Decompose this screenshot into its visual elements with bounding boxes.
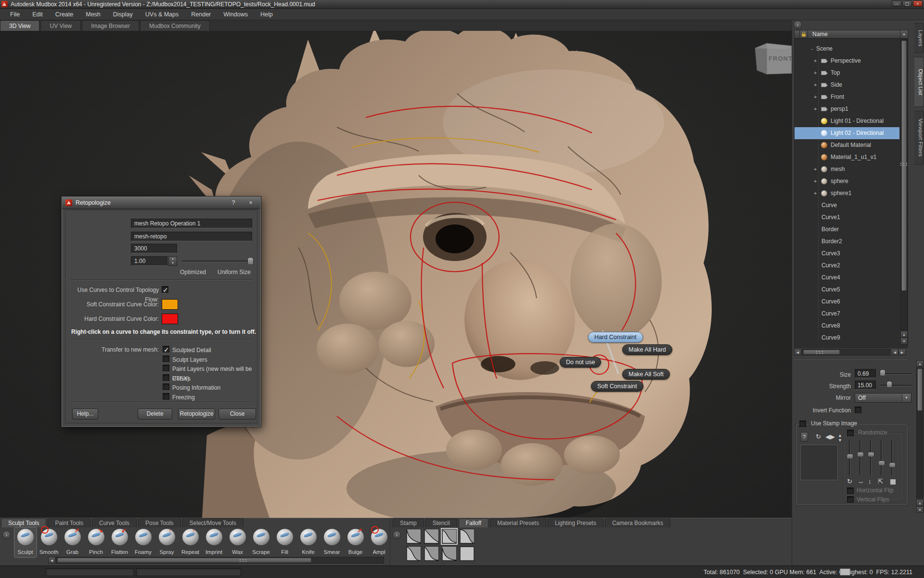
tool-grab[interactable]: ↗Grab bbox=[61, 528, 84, 556]
side-tab-object-list[interactable]: Object List bbox=[914, 57, 924, 107]
tool-fill[interactable]: Fill bbox=[273, 528, 296, 556]
tree-item-curve4[interactable]: Curve4 bbox=[795, 272, 899, 284]
rotate-icon[interactable]: ↻ bbox=[816, 433, 821, 440]
tool-smooth[interactable]: Smooth bbox=[37, 528, 61, 556]
randomize-height-icon[interactable]: ↕ bbox=[868, 478, 872, 485]
tab-mudbox-community[interactable]: Mudbox Community bbox=[140, 20, 210, 31]
strength-slider[interactable] bbox=[880, 385, 911, 386]
menu-mesh[interactable]: Mesh bbox=[79, 10, 107, 19]
tool-repeat[interactable]: ↑Repeat bbox=[179, 528, 202, 556]
tree-item-border[interactable]: Border bbox=[795, 223, 899, 236]
random-slider-handle-2[interactable] bbox=[857, 452, 864, 457]
output-mesh-input[interactable]: mesh-retopo bbox=[131, 232, 252, 241]
falloff-shoulder[interactable] bbox=[460, 529, 475, 544]
expander-icon[interactable]: - bbox=[811, 43, 816, 55]
face-uniformity-spinner[interactable]: ▲▼ bbox=[168, 256, 177, 266]
tab-material-presets[interactable]: Material Presets bbox=[490, 518, 546, 527]
random-slider-handle-4[interactable] bbox=[878, 460, 885, 466]
dialog-help-icon[interactable]: ? bbox=[229, 199, 238, 207]
marking-menu-make-all-soft[interactable]: Make All Soft bbox=[622, 369, 670, 380]
panel-scroll-down-arrow[interactable]: ▼ bbox=[916, 506, 924, 513]
expander-icon[interactable]: + bbox=[814, 175, 819, 187]
use-stamp-checkbox[interactable] bbox=[799, 420, 806, 427]
random-slider-handle-1[interactable] bbox=[847, 454, 853, 459]
tree-item-curve8[interactable]: Curve8 bbox=[795, 320, 899, 332]
tree-item-border2[interactable]: Border2 bbox=[795, 236, 899, 248]
tree-item-front[interactable]: +Front bbox=[795, 91, 899, 103]
menu-edit[interactable]: Edit bbox=[26, 10, 49, 19]
expander-icon[interactable]: + bbox=[814, 163, 819, 175]
randomize-width-icon[interactable]: ↔ bbox=[858, 478, 864, 485]
view-cube[interactable]: FRONT bbox=[748, 39, 792, 80]
tree-item-mesh[interactable]: +mesh bbox=[795, 163, 899, 175]
menu-uvs-maps[interactable]: UVs & Maps bbox=[139, 10, 185, 19]
operation-name-input[interactable]: mesh Retopo Operation 1 bbox=[131, 219, 252, 228]
close-button[interactable]: × bbox=[913, 0, 923, 7]
dialog-retopologize-button[interactable]: Retopologize bbox=[178, 408, 215, 420]
use-curves-checkbox[interactable] bbox=[162, 286, 168, 293]
face-uniformity-slider[interactable] bbox=[182, 261, 253, 262]
random-slider-handle-5[interactable] bbox=[889, 462, 896, 468]
flip-vertical-icon[interactable]: ▲▼ bbox=[838, 433, 842, 443]
tab-stamp[interactable]: Stamp bbox=[393, 518, 424, 527]
face-uniformity-input[interactable]: 1.00 bbox=[131, 256, 167, 266]
tree-item-curve9[interactable]: Curve9 bbox=[795, 332, 899, 344]
strength-slider-handle[interactable] bbox=[886, 381, 892, 388]
tools-scrollbar[interactable] bbox=[56, 557, 384, 564]
minimize-button[interactable]: — bbox=[892, 0, 901, 7]
random-slider-5[interactable] bbox=[891, 440, 893, 475]
tab-paint-tools[interactable]: Paint Tools bbox=[48, 518, 90, 527]
tree-hscroll-right-arrow[interactable]: ▶ bbox=[898, 349, 906, 355]
tree-item-sphere1[interactable]: +sphere1 bbox=[795, 187, 899, 199]
expander-icon[interactable]: + bbox=[814, 187, 819, 199]
expander-icon[interactable]: + bbox=[814, 91, 819, 103]
menu-display[interactable]: Display bbox=[107, 10, 139, 19]
hard-color-swatch[interactable] bbox=[162, 314, 178, 324]
tree-hscroll-left-arrow[interactable]: ◀ bbox=[794, 349, 801, 355]
transfer-curves-checkbox[interactable] bbox=[163, 374, 169, 381]
object-list-header[interactable]: Name ▲ bbox=[794, 30, 908, 39]
tab-image-browser[interactable]: Image Browser bbox=[82, 20, 139, 31]
panel-scrollbar[interactable] bbox=[916, 368, 924, 499]
dialog-title-bar[interactable]: Retopologize ? × bbox=[62, 197, 260, 209]
tab-lighting-presets[interactable]: Lighting Presets bbox=[548, 518, 603, 527]
soft-color-swatch[interactable] bbox=[162, 299, 178, 310]
strength-input[interactable]: 15.00 bbox=[855, 381, 876, 390]
random-slider-3[interactable] bbox=[870, 440, 872, 475]
tree-hscroll-left-arrow-2[interactable]: ◀ bbox=[891, 349, 898, 355]
tree-item-perspective[interactable]: +Perspective bbox=[795, 55, 899, 67]
panel-scroll-up-arrow[interactable]: ▲ bbox=[916, 360, 924, 367]
name-column-header[interactable]: Name bbox=[808, 31, 828, 38]
tree-item-curve5[interactable]: Curve5 bbox=[795, 284, 899, 296]
tree-horizontal-scrollbar[interactable] bbox=[802, 349, 890, 355]
preset-expander-icon[interactable]: › bbox=[393, 531, 401, 539]
tree-item-scene[interactable]: -Scene bbox=[795, 43, 899, 55]
tool-flatten[interactable]: ↙Flatten bbox=[108, 528, 131, 556]
tab-falloff[interactable]: Falloff bbox=[459, 518, 488, 527]
falloff-constant[interactable] bbox=[460, 546, 475, 561]
randomize-scale-icon[interactable]: ⇱ bbox=[878, 478, 883, 485]
menu-create[interactable]: Create bbox=[49, 10, 80, 19]
maximize-button[interactable]: ▢ bbox=[902, 0, 912, 7]
menu-render[interactable]: Render bbox=[185, 10, 217, 19]
expander-icon[interactable]: + bbox=[814, 103, 819, 115]
randomize-checkbox[interactable] bbox=[847, 430, 854, 436]
tab-stencil[interactable]: Stencil bbox=[425, 518, 457, 527]
tool-scrape[interactable]: Scrape bbox=[249, 528, 273, 556]
falloff-s-gentle[interactable] bbox=[424, 546, 439, 561]
dialog-delete-button[interactable]: Delete bbox=[138, 408, 172, 420]
falloff-shoulder-soft[interactable] bbox=[406, 546, 421, 561]
flip-horizontal-icon[interactable]: ◀▶ bbox=[825, 433, 835, 440]
tab-select-move-tools[interactable]: Select/Move Tools bbox=[182, 518, 244, 527]
randomize-rotate-icon[interactable]: ↻ bbox=[847, 478, 852, 485]
tree-item-top[interactable]: +Top bbox=[795, 67, 899, 79]
view-cube-front-label[interactable]: FRONT bbox=[767, 55, 792, 62]
tree-item-side[interactable]: +Side bbox=[795, 79, 899, 91]
tree-item-material-1-u1-v1[interactable]: Material_1_u1_v1 bbox=[795, 151, 899, 163]
tool-tray-expander-icon[interactable]: › bbox=[2, 531, 11, 539]
scroll-up-icon[interactable]: ▲ bbox=[900, 30, 908, 39]
transfer-sculpted-detail-checkbox[interactable] bbox=[163, 346, 169, 353]
stamp-help-icon[interactable]: ? bbox=[800, 432, 808, 442]
color-chip-icon[interactable] bbox=[890, 479, 896, 485]
panel-scroll-up-arrow-2[interactable]: ▲ bbox=[916, 499, 924, 506]
